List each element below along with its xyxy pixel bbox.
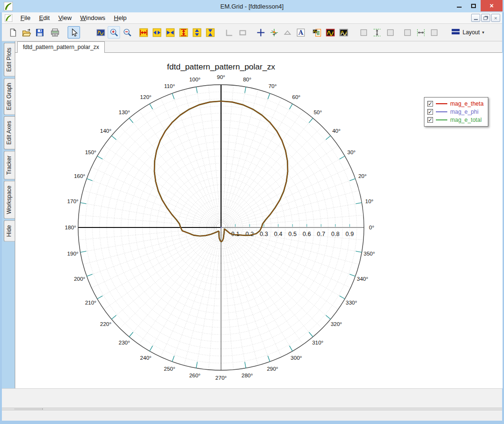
menu-item-help[interactable]: Help — [110, 13, 131, 23]
h-fit-icon[interactable] — [414, 26, 427, 39]
new-file-icon[interactable] — [7, 26, 19, 39]
sidebar-tab-edit-axes[interactable]: Edit Axes — [4, 116, 15, 149]
plot-dark-single-icon[interactable] — [324, 26, 336, 39]
svg-text:210°: 210° — [85, 300, 96, 306]
svg-text:140°: 140° — [100, 128, 111, 134]
v-arrows-icon[interactable] — [191, 26, 203, 39]
legend-label: mag_e_phi — [450, 108, 478, 115]
legend: ✓mag_e_theta✓mag_e_phi✓mag_e_total — [424, 97, 488, 127]
menu-item-file[interactable]: File — [16, 13, 35, 23]
chart-title: fdtd_pattern_pattern_polar_zx — [15, 62, 427, 72]
svg-text:320°: 320° — [331, 321, 342, 327]
minimize-icon[interactable] — [452, 0, 466, 11]
svg-text:260°: 260° — [189, 373, 201, 378]
svg-text:180°: 180° — [65, 225, 76, 230]
svg-text:A: A — [298, 29, 303, 36]
legend-checkbox[interactable]: ✓ — [427, 117, 433, 123]
legend-label: mag_e_theta — [450, 100, 484, 107]
layout-dropdown[interactable]: Layout▾ — [447, 25, 489, 39]
corner-axes-icon — [223, 26, 235, 39]
svg-text:220°: 220° — [100, 321, 111, 327]
tracker-icon[interactable] — [268, 26, 280, 39]
caliper-triangle-icon — [281, 26, 293, 39]
mdi-restore-icon[interactable] — [481, 14, 490, 22]
placeholder-box-icon — [428, 26, 440, 39]
svg-text:70°: 70° — [268, 83, 276, 89]
svg-text:0.8: 0.8 — [331, 231, 339, 237]
menu-item-windows[interactable]: Windows — [76, 13, 110, 23]
h-collapse-icon[interactable] — [164, 26, 176, 39]
svg-text:350°: 350° — [363, 251, 375, 256]
pointer-icon[interactable] — [68, 26, 80, 39]
window-title: EM.Grid - [fdtdlesson4] — [0, 3, 504, 10]
sidebar: Edit PlotsEdit GraphEdit AxesTrackerWork… — [2, 41, 15, 408]
legend-line-swatch — [436, 111, 447, 112]
print-icon[interactable] — [49, 26, 61, 39]
svg-text:290°: 290° — [267, 366, 278, 372]
v-collapse-icon[interactable] — [204, 26, 216, 39]
status-bar — [2, 410, 502, 421]
mdi-minimize-icon[interactable] — [471, 14, 480, 22]
layout-bars-icon — [451, 27, 460, 38]
zoom-in-icon[interactable] — [108, 26, 120, 39]
legend-item: ✓mag_e_theta — [427, 99, 484, 108]
svg-text:30°: 30° — [347, 149, 355, 155]
toolbar: ALayout▾ — [2, 24, 502, 41]
svg-text:150°: 150° — [85, 149, 96, 155]
save-file-icon[interactable] — [33, 26, 46, 39]
document-tab[interactable]: fdtd_pattern_pattern_polar_zx — [17, 41, 105, 53]
plot-report-icon[interactable] — [311, 26, 323, 39]
sidebar-tab-tracker[interactable]: Tracker — [4, 151, 15, 179]
placeholder-box-icon — [357, 26, 370, 39]
legend-checkbox[interactable]: ✓ — [427, 101, 433, 107]
svg-text:330°: 330° — [346, 300, 357, 306]
zoom-region-icon[interactable] — [94, 26, 107, 39]
svg-text:160°: 160° — [74, 173, 85, 179]
close-icon[interactable]: × — [481, 0, 503, 11]
maximize-icon[interactable] — [466, 0, 481, 11]
readout-panel: X-CursorY-CursorV-CaliperH-Cal (dX)H-Cal… — [2, 388, 502, 408]
plot-dark-multi-icon[interactable] — [337, 26, 350, 39]
legend-checkbox[interactable]: ✓ — [427, 109, 433, 115]
v-expand-icon[interactable] — [177, 26, 190, 39]
sidebar-tab-edit-graph[interactable]: Edit Graph — [4, 78, 15, 115]
svg-text:270°: 270° — [215, 375, 227, 381]
crosshair-icon[interactable] — [254, 26, 267, 39]
sidebar-tab-hide[interactable]: Hide — [4, 220, 15, 242]
svg-text:40°: 40° — [332, 128, 340, 134]
svg-text:0.7: 0.7 — [317, 231, 325, 237]
svg-text:0.4: 0.4 — [274, 231, 282, 237]
text-label-icon[interactable]: A — [294, 26, 307, 39]
menu-item-edit[interactable]: Edit — [35, 13, 54, 23]
svg-text:280°: 280° — [242, 373, 253, 378]
svg-text:250°: 250° — [164, 366, 175, 372]
zoom-out-icon[interactable] — [121, 26, 133, 39]
menu-item-view[interactable]: View — [54, 13, 76, 23]
svg-text:20°: 20° — [358, 173, 366, 179]
v-fit-icon[interactable] — [371, 26, 383, 39]
legend-item: ✓mag_e_total — [427, 116, 484, 124]
svg-text:0°: 0° — [369, 225, 374, 230]
svg-text:200°: 200° — [74, 276, 85, 282]
chevron-down-icon: ▾ — [482, 30, 484, 35]
svg-text:0.9: 0.9 — [345, 231, 353, 237]
menu-bar: FileEditViewWindowsHelp × — [2, 12, 502, 24]
h-arrows-icon[interactable] — [151, 26, 163, 39]
svg-text:80°: 80° — [243, 77, 251, 82]
mdi-close-icon[interactable]: × — [491, 14, 500, 22]
sidebar-tab-edit-plots[interactable]: Edit Plots — [4, 43, 15, 77]
document-tab-bar: fdtd_pattern_pattern_polar_zx — [15, 41, 502, 53]
open-file-icon[interactable] — [20, 26, 32, 39]
sidebar-tab-workspace[interactable]: Workspace — [4, 181, 15, 219]
svg-text:0.3: 0.3 — [260, 231, 268, 237]
svg-text:110°: 110° — [164, 83, 175, 89]
svg-text:340°: 340° — [357, 276, 368, 282]
title-bar: EM.Grid - [fdtdlesson4] × — [0, 0, 504, 12]
legend-label: mag_e_total — [450, 117, 482, 123]
svg-text:60°: 60° — [292, 94, 300, 100]
polar-chart[interactable]: 0.10.20.30.40.50.60.70.80.90°10°20°30°40… — [15, 53, 503, 388]
h-expand-icon[interactable] — [137, 26, 150, 39]
splitter-handle[interactable] — [14, 408, 43, 410]
svg-text:50°: 50° — [313, 109, 322, 115]
emgrid-leaf-icon — [5, 14, 12, 22]
